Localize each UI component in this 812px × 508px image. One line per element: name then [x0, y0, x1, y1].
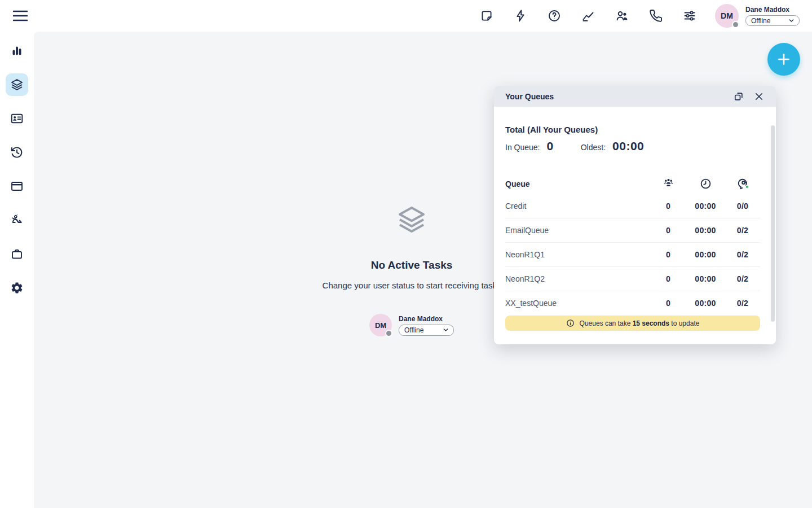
queues-panel-header[interactable]: Your Queues: [494, 86, 776, 107]
oldest-value: 00:00: [612, 139, 644, 153]
queue-contacts-value: 0: [651, 299, 686, 308]
queues-panel-body: Total (All Your Queues) In Queue: 0 Olde…: [494, 107, 776, 331]
user-name: Dane Maddox: [745, 6, 800, 14]
agents-available-icon: [725, 177, 760, 191]
close-icon: [754, 91, 764, 102]
oldest-wait-icon: [686, 177, 725, 190]
sidebar-item-browser[interactable]: [6, 175, 28, 198]
queue-name: EmailQueue: [505, 226, 651, 235]
avatar-initials: DM: [721, 11, 733, 20]
queue-name: Credit: [505, 202, 651, 211]
close-button[interactable]: [752, 90, 766, 103]
total-queues-label: Total (All Your Queues): [505, 107, 760, 134]
contacts-in-queue-icon: [651, 177, 686, 190]
status-offline-dot: [732, 21, 739, 28]
popout-button[interactable]: [732, 90, 745, 103]
history-icon: [10, 146, 24, 159]
people-icon[interactable]: [615, 9, 629, 23]
briefcase-icon: [10, 247, 24, 261]
layers-empty-icon: [396, 204, 427, 235]
empty-state-user-block: DM Dane Maddox Offline: [369, 314, 454, 336]
lightning-icon[interactable]: [514, 9, 527, 23]
queue-contacts-value: 0: [651, 226, 686, 235]
empty-state-description: Change your user status to start receivi…: [323, 281, 501, 290]
empty-state-user-info: Dane Maddox Offline: [399, 315, 454, 336]
bar-chart-icon: [10, 44, 24, 58]
sidebar-item-apps[interactable]: [6, 243, 28, 265]
status-select[interactable]: Offline: [745, 15, 800, 26]
popout-icon: [733, 91, 744, 102]
queue-column-header: Queue: [505, 179, 651, 189]
sidebar-item-work[interactable]: [6, 209, 28, 231]
gear-icon: [10, 281, 24, 295]
queues-panel-title: Your Queues: [505, 92, 725, 101]
topbar-user-block: DM Dane Maddox Offline: [715, 4, 800, 28]
your-queues-panel: Your Queues Total (All Your Queues) In Q…: [494, 86, 776, 344]
status-offline-dot: [385, 330, 392, 337]
queue-agents-value: 0/0: [725, 202, 760, 211]
totals-row: In Queue: 0 Oldest: 00:00: [505, 139, 760, 153]
notice-text: Queues can take 15 seconds to update: [580, 319, 700, 327]
info-icon: [566, 319, 575, 327]
empty-state-title: No Active Tasks: [371, 259, 453, 271]
avatar[interactable]: DM: [715, 4, 739, 28]
queue-table-header: Queue: [505, 174, 760, 194]
trend-chart-icon[interactable]: [581, 9, 595, 23]
help-icon[interactable]: [548, 9, 561, 23]
contact-card-icon: [10, 112, 24, 125]
hamburger-menu-icon[interactable]: [9, 5, 32, 27]
queue-row[interactable]: NeonR1Q1 0 00:00 0/2: [505, 242, 760, 266]
update-notice-banner: Queues can take 15 seconds to update: [505, 316, 760, 331]
queue-contacts-value: 0: [651, 250, 686, 259]
queue-agents-value: 0/2: [725, 250, 760, 259]
user-name: Dane Maddox: [399, 315, 454, 323]
avatar-initials: DM: [375, 321, 386, 330]
in-queue-value: 0: [547, 139, 554, 153]
queue-agents-value: 0/2: [725, 299, 760, 308]
browser-window-icon: [10, 179, 24, 193]
sidebar-item-tasks[interactable]: [6, 73, 28, 96]
panel-scrollbar-thumb[interactable]: [771, 125, 775, 322]
queue-table-body: Credit 0 00:00 0/0 EmailQueue 0 00:00 0/…: [505, 194, 760, 315]
note-icon[interactable]: [480, 9, 493, 23]
status-select[interactable]: Offline: [399, 325, 454, 336]
chevron-down-icon: [788, 17, 795, 24]
oldest-label: Oldest:: [581, 143, 606, 152]
topbar-icon-group: [480, 9, 696, 23]
queue-oldest-value: 00:00: [686, 202, 725, 211]
queue-agents-value: 0/2: [725, 226, 760, 235]
construction-worker-icon: [10, 213, 24, 227]
avatar: DM: [369, 314, 392, 336]
add-task-button[interactable]: [767, 43, 800, 76]
queue-name: XX_testQueue: [505, 299, 651, 308]
queue-agents-value: 0/2: [725, 274, 760, 283]
sidebar-item-settings[interactable]: [6, 277, 28, 299]
queue-row[interactable]: Credit 0 00:00 0/0: [505, 194, 760, 218]
queue-row[interactable]: NeonR1Q2 0 00:00 0/2: [505, 266, 760, 291]
topbar: DM Dane Maddox Offline: [0, 0, 812, 32]
sidebar-item-reporting[interactable]: [6, 40, 28, 62]
sliders-icon[interactable]: [683, 9, 696, 23]
queue-name: NeonR1Q1: [505, 250, 651, 259]
layers-icon: [10, 78, 24, 91]
chevron-down-icon: [443, 327, 449, 333]
queue-oldest-value: 00:00: [686, 274, 725, 283]
phone-icon[interactable]: [649, 9, 663, 23]
queue-name: NeonR1Q2: [505, 274, 651, 283]
queue-oldest-value: 00:00: [686, 299, 725, 308]
queue-contacts-value: 0: [651, 202, 686, 211]
queue-oldest-value: 00:00: [686, 250, 725, 259]
queue-contacts-value: 0: [651, 274, 686, 283]
queue-oldest-value: 00:00: [686, 226, 725, 235]
in-queue-label: In Queue:: [505, 143, 540, 152]
plus-icon: [776, 52, 791, 67]
sidebar: [0, 32, 34, 508]
queue-row[interactable]: XX_testQueue 0 00:00 0/2: [505, 291, 760, 315]
topbar-right: DM Dane Maddox Offline: [480, 0, 800, 32]
topbar-user-info: Dane Maddox Offline: [745, 6, 800, 26]
status-select-value: Offline: [404, 326, 423, 334]
sidebar-item-directory[interactable]: [6, 107, 28, 130]
sidebar-item-history[interactable]: [6, 141, 28, 164]
status-select-value: Offline: [751, 17, 770, 25]
queue-row[interactable]: EmailQueue 0 00:00 0/2: [505, 218, 760, 242]
